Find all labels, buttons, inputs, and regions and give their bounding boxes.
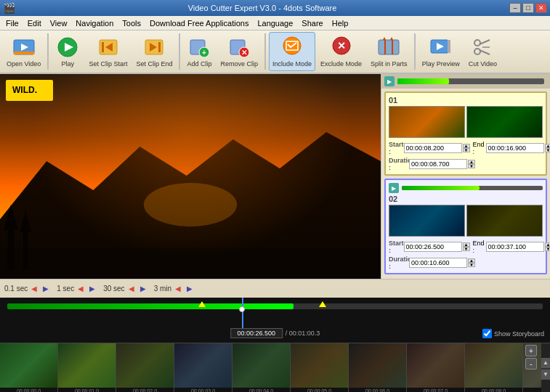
play-preview-icon <box>429 36 453 59</box>
zoom-in-button[interactable]: + <box>525 345 537 356</box>
storyboard-thumb-8 <box>465 343 522 388</box>
timeline-nav-left-1[interactable]: ◀ <box>76 284 86 294</box>
menu-view[interactable]: View <box>46 17 72 29</box>
play-button[interactable]: Play <box>52 32 84 71</box>
include-mode-label: Include Mode <box>272 60 312 68</box>
clip-thumb-1b <box>466 106 543 138</box>
storyboard-frame-4[interactable]: 00:00:04.0 <box>232 343 291 393</box>
minimize-button[interactable]: – <box>509 3 521 13</box>
menu-language[interactable]: Language <box>253 17 297 29</box>
clip-dur-down-1[interactable]: ▼ <box>468 164 475 168</box>
toolbar-sep-4 <box>414 33 416 70</box>
storyboard-frame-0[interactable]: 00:00:00.0 <box>0 343 58 393</box>
clip-start-label-2: Start : <box>389 240 404 254</box>
svg-rect-36 <box>0 248 381 279</box>
clip-end-input-1[interactable] <box>486 143 544 153</box>
timeline-unit-1: 1 sec ◀ ▶ <box>57 284 97 294</box>
clip-duration-spin-2: ▲ ▼ <box>468 258 475 267</box>
title-bar: 🎬 Video Cutter Expert V3.0 - 4dots Softw… <box>0 0 550 16</box>
clip-number-2: 02 <box>389 195 543 203</box>
title-bar-icon: 🎬 <box>3 2 15 14</box>
menu-help[interactable]: Help <box>328 17 353 29</box>
clip-start-spin-1: ▲ ▼ <box>463 144 470 152</box>
menu-file[interactable]: File <box>1 17 23 29</box>
cut-video-button[interactable]: Cut Video <box>465 32 501 71</box>
storyboard-frame-6[interactable]: 00:00:06.0 <box>349 343 407 393</box>
menu-navigation[interactable]: Navigation <box>71 17 118 29</box>
clip-start-input-1[interactable] <box>404 143 462 153</box>
timeline-nav-right-0[interactable]: ▶ <box>41 284 51 294</box>
clip-end-input-2[interactable] <box>486 242 544 252</box>
timeline-nav-left-0[interactable]: ◀ <box>29 284 39 294</box>
add-clip-button[interactable]: + Add Clip <box>183 32 215 71</box>
remove-clip-button[interactable]: ✕ Remove Clip <box>217 32 262 71</box>
clip-start-down-1[interactable]: ▼ <box>463 148 470 152</box>
zoom-out-button[interactable]: - <box>525 358 537 369</box>
include-mode-button[interactable]: Include Mode <box>269 32 315 71</box>
storyboard-frame-8[interactable]: 00:00:08.0 <box>465 343 523 393</box>
menu-share[interactable]: Share <box>297 17 327 29</box>
close-button[interactable]: ✕ <box>535 3 547 13</box>
timeline-unit-0: 0.1 sec ◀ ▶ <box>4 284 51 294</box>
maximize-button[interactable]: □ <box>522 3 534 13</box>
cut-video-icon <box>471 36 494 59</box>
exclude-mode-button[interactable]: ✕ Exclude Mode <box>317 32 365 71</box>
timeline-marker-1 <box>198 301 206 307</box>
svg-line-31 <box>480 40 490 44</box>
clip-duration-input-1[interactable] <box>409 159 467 169</box>
clip-duration-input-2[interactable] <box>409 258 467 268</box>
svg-text:✕: ✕ <box>241 49 247 57</box>
timeline-nav-right-1[interactable]: ▶ <box>87 284 97 294</box>
split-in-parts-button[interactable]: Split in Parts <box>367 32 411 71</box>
svg-rect-2 <box>14 52 34 54</box>
menu-edit[interactable]: Edit <box>23 17 46 29</box>
remove-clip-icon: ✕ <box>227 36 251 59</box>
timeline-nav-right-3[interactable]: ▶ <box>185 284 195 294</box>
svg-text:+: + <box>203 49 207 57</box>
toolbar: Open Video Play Set Clip Start <box>0 30 550 74</box>
storyboard-frame-2[interactable]: 00:00:02.0 <box>116 343 174 393</box>
clip-start-row-2: Start : ▲ ▼ End : ▲ ▼ <box>389 240 543 254</box>
menu-download[interactable]: Download Free Applications <box>145 17 253 29</box>
clip-end-down-1[interactable]: ▼ <box>545 148 550 152</box>
set-clip-end-label: Set Clip End <box>136 60 172 68</box>
set-clip-end-button[interactable]: Set Clip End <box>132 32 176 71</box>
storyboard-frame-1[interactable]: 00:00:01.0 <box>58 343 116 393</box>
storyboard-scroll-down[interactable]: ▼ <box>541 369 550 380</box>
storyboard-time-1: 00:00:01.0 <box>58 388 116 393</box>
timeline-nav-right-2[interactable]: ▶ <box>138 284 148 294</box>
open-video-button[interactable]: Open Video <box>3 32 44 71</box>
video-preview[interactable]: WILD. <box>0 74 381 279</box>
clip-duration-row-2: Duration : ▲ ▼ <box>389 256 543 270</box>
clip-end-down-2[interactable]: ▼ <box>545 247 550 251</box>
storyboard-scroll-up[interactable]: ▲ <box>541 358 550 368</box>
storyboard-time-6: 00:00:06.0 <box>349 388 406 393</box>
clip-duration-spin-1: ▲ ▼ <box>468 160 475 168</box>
exclude-mode-icon: ✕ <box>330 36 353 59</box>
clip-dur-down-2[interactable]: ▼ <box>468 263 475 267</box>
clip-start-down-2[interactable]: ▼ <box>463 247 470 251</box>
clip-start-input-2[interactable] <box>404 242 462 252</box>
storyboard-thumb-6 <box>349 343 406 388</box>
clip-item-2[interactable]: ▶ 02 Start : ▲ ▼ <box>384 179 547 274</box>
storyboard-frame-3[interactable]: 00:00:03.0 <box>174 343 232 393</box>
clip-thumbnails-2 <box>389 205 543 237</box>
clip-thumb-2a <box>389 205 465 237</box>
timeline-time-input[interactable] <box>230 328 283 338</box>
show-storyboard-checkbox[interactable] <box>482 329 492 338</box>
timeline-nav-left-2[interactable]: ◀ <box>126 284 137 294</box>
timeline-nav-left-3[interactable]: ◀ <box>173 284 183 294</box>
clip-item-1[interactable]: 01 Start : ▲ ▼ End : ▲ <box>384 91 547 176</box>
timeline-controls: 0.1 sec ◀ ▶ 1 sec ◀ ▶ 30 sec ◀ ▶ 3 min ◀… <box>0 279 550 298</box>
svg-marker-41 <box>20 211 31 232</box>
play-preview-button[interactable]: Play Preview <box>418 32 464 71</box>
set-clip-start-button[interactable]: Set Clip Start <box>85 32 131 71</box>
clip-play-button[interactable]: ▶ <box>384 76 395 86</box>
storyboard-frame-7[interactable]: 00:00:07.0 <box>407 343 465 393</box>
storyboard-frames: 00:00:00.0 00:00:01.0 00:00:02.0 00:00:0… <box>0 343 541 393</box>
svg-line-32 <box>480 50 490 54</box>
clip2-play-button[interactable]: ▶ <box>389 183 399 193</box>
storyboard-frame-5[interactable]: 00:00:05.0 <box>291 343 349 393</box>
timeline-track[interactable]: / 00:01:00.3 Show Storyboard <box>0 298 550 343</box>
menu-tools[interactable]: Tools <box>118 17 145 29</box>
